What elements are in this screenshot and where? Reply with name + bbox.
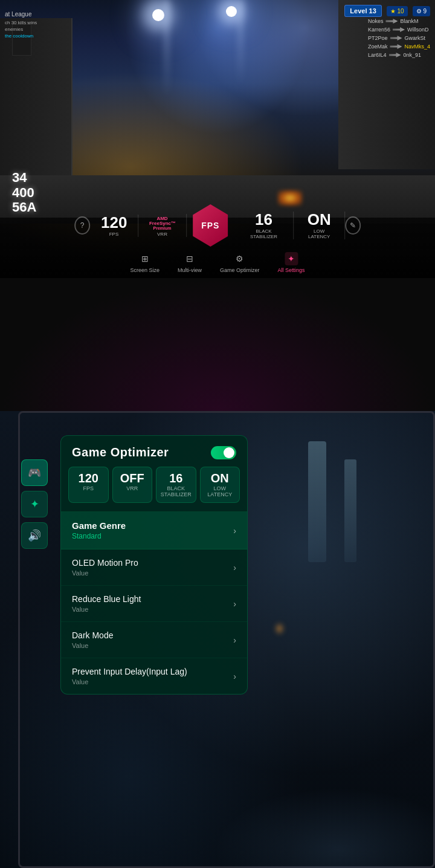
trophy-badge: ⚙ 9 [413,6,430,16]
light-beam-right [239,0,242,85]
vrr-label: VRR [149,232,175,237]
kill-entry: ZoeMak NavMks_4 [368,44,430,50]
side-nav-star[interactable]: ✦ [21,491,48,517]
setting-info: Reduce Blue Light Value [72,594,141,613]
fps-stat: 120 FPS [90,215,138,237]
ice-pillar-1 [308,441,326,562]
kill-entry: Nokes BlankM [368,18,430,24]
chevron-right-icon: › [233,672,236,681]
qs-fps-value: 120 [72,472,105,484]
weapon-icon [393,27,405,32]
star-icon: ✦ [30,497,39,511]
game-optimizer-icon: ⚙ [233,252,246,265]
setting-reduce-blue-light[interactable]: Reduce Blue Light Value › [61,586,247,622]
toolbar-screen-size[interactable]: ⊞ Screen Size [130,252,160,273]
kill-feed: Nokes BlankM Karren56 WillsonD PT2Poe Gw… [368,18,430,58]
cooldown-stat: the cooldown [5,33,37,39]
ice-pillar-2 [344,459,356,562]
killer-name: Nokes [368,18,384,24]
setting-name: OLED Motion Pro [72,558,138,568]
multi-view-label: Multi-view [178,267,202,273]
volume-icon: 🔊 [28,529,41,542]
qs-bs-label: Black Stabilizer [160,485,192,497]
killer-name: PT2Poe [368,35,388,41]
vrr-stat: AMD FreeSync™ Premium VRR [138,214,187,237]
game-screenshot-section: Level 13 ★ 10 ⚙ 9 at League ch 30 kills … [0,0,435,278]
toolbar-game-optimizer[interactable]: ⚙ Game Optimizer [220,252,260,273]
killer-name: Karren56 [368,27,390,33]
reduce-blue-light-value: Value [72,606,141,613]
killer-name: Lar6IL4 [368,52,387,58]
help-button[interactable]: ? [74,216,90,235]
gamepad-icon: 🎮 [28,466,41,479]
bottom-section: 🎮 ✦ 🔊 Game Optimizer 120 FPS OFF VRR [0,411,435,868]
light-orb-left [152,9,164,21]
black-stab-label: Black Stabilizer [245,228,283,239]
low-latency-value: ON [304,212,334,227]
toolbar-multi-view[interactable]: ⊟ Multi-view [178,252,202,273]
all-settings-label: All Settings [278,267,305,273]
game-genre-item[interactable]: Game Genre Standard › [61,512,247,549]
weapon-icon [389,53,401,57]
panel-title: Game Optimizer [72,445,169,459]
qs-vrr: OFF VRR [112,467,153,503]
low-latency-label: Low Latency [304,228,334,239]
black-stabilizer-stat: 16 Black Stabilizer [234,212,294,239]
optimizer-toggle[interactable] [211,446,236,459]
quick-stats: 120 FPS OFF VRR 16 Black Stabilizer ON L… [68,467,240,503]
kill-entry: Karren56 WillsonD [368,27,430,33]
game-optimizer-label: Game Optimizer [220,267,260,273]
setting-info: Dark Mode Value [72,630,113,649]
bottom-toolbar: ⊞ Screen Size ⊟ Multi-view ⚙ Game Optimi… [130,252,304,273]
side-nav-volume[interactable]: 🔊 [21,522,48,549]
screen-size-label: Screen Size [130,267,160,273]
qs-vrr-label: VRR [117,485,149,491]
chevron-right-icon: › [233,526,236,536]
victim-name: GwarkSt [405,35,426,41]
match-type: at League [5,11,37,18]
toggle-knob [224,447,234,458]
top-hud: Level 13 ★ 10 ⚙ 9 [344,5,430,17]
score-line2: 400 [12,186,36,200]
star-badge: ★ 10 [387,6,408,16]
fps-center-badge: FPS [193,204,228,247]
middle-section [0,278,435,411]
score-display: 34 400 56A [12,170,36,215]
left-hud: at League ch 30 kills wins enemies the c… [5,11,37,39]
victim-name: NavMks_4 [404,44,430,50]
toolbar-all-settings[interactable]: ✦ All Settings [278,252,305,273]
qs-vrr-value: OFF [117,472,149,484]
victim-name: BlankM [400,18,418,24]
game-bottom-bar: ? 120 FPS AMD FreeSync™ Premium VRR [0,218,435,278]
side-nav-gamepad[interactable]: 🎮 [21,459,48,486]
chevron-right-icon: › [233,635,236,645]
qs-ll-label: Low Latency [204,485,236,497]
weapon-icon [390,36,402,40]
screen-size-icon: ⊞ [138,252,152,265]
dark-mode-label: Dark Mode [72,630,113,640]
kill-entry: Lar6IL4 0nk_91 [368,52,430,58]
panel-header: Game Optimizer [61,436,247,467]
black-stab-value: 16 [245,212,283,227]
game-optimizer-panel: Game Optimizer 120 FPS OFF VRR 16 Black … [60,435,248,695]
setting-info: OLED Motion Pro Value [72,558,138,577]
edit-button[interactable]: ✎ [345,216,361,235]
genre-text: Game Genre Standard [72,520,126,540]
qs-fps: 120 FPS [68,467,109,503]
chevron-right-icon: › [233,563,236,572]
input-delay-value: Value [72,678,187,685]
enemies-stat: enemies [5,27,37,32]
setting-prevent-input-delay[interactable]: Prevent Input Delay(Input Lag) Value › [61,658,247,694]
chevron-right-icon: › [233,599,236,609]
kill-entry: PT2Poe GwarkSt [368,35,430,41]
setting-dark-mode[interactable]: Dark Mode Value › [61,622,247,658]
qs-low-latency: ON Low Latency [200,467,240,503]
qs-black-stabilizer: 16 Black Stabilizer [156,467,196,503]
setting-value: Value [72,569,138,577]
qs-fps-label: FPS [72,485,105,491]
qs-ll-value: ON [204,472,236,484]
victim-name: 0nk_91 [404,52,422,58]
setting-oled-motion-pro[interactable]: OLED Motion Pro Value › [61,549,247,586]
qs-bs-value: 16 [160,472,192,484]
settings-list: OLED Motion Pro Value › Reduce Blue Ligh… [61,549,247,694]
